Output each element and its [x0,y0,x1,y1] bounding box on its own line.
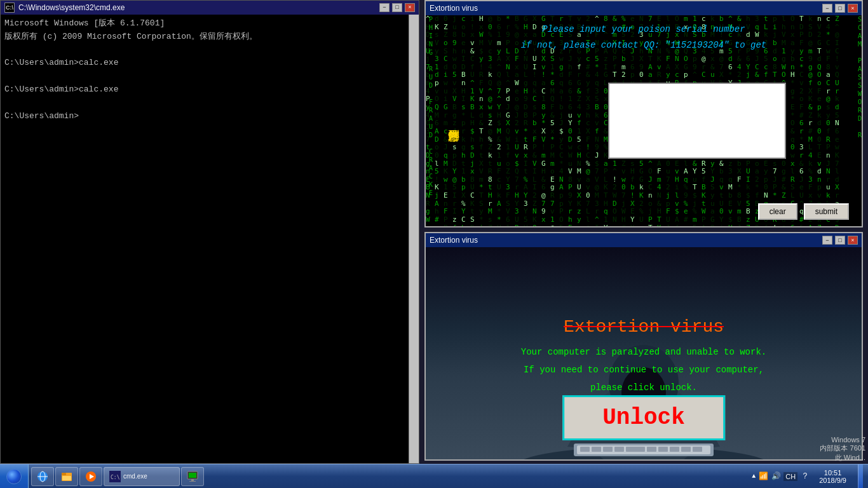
cmd-line-6: C:\Users\admin>calc.exe [4,83,415,97]
serial-input[interactable] [609,84,785,158]
cmd-close-btn[interactable]: × [405,3,415,12]
ext1-controls[interactable]: − □ × [822,4,858,13]
svg-rect-15 [693,447,702,452]
ext2-msg-line3: please click unlock. [521,379,766,396]
taskbar: C:\ cmd.exe ▲ 📶 🔊 [0,464,868,488]
tray-volume-icon: 🔊 [771,471,781,482]
desktop: C:\ C:\Windows\system32\cmd.exe − □ × Mi… [0,0,868,488]
windows-badge: Windows 7 内部版本 7601 此 Wind... [820,436,865,463]
svg-text:C:\: C:\ [111,475,120,480]
svg-rect-29 [189,481,196,482]
ext1-button-row: clear submit [758,203,849,220]
cmd-titlebar-controls[interactable]: − □ × [379,3,415,12]
media-icon [85,471,97,482]
clear-button[interactable]: clear [758,203,797,220]
cmd-line-5 [4,70,415,83]
unlock-btn-wrapper: Unlock [562,395,725,440]
taskbar-item-media[interactable] [79,467,102,486]
clock[interactable]: 10:51 2018/9/9 [815,469,850,484]
windows-label: 此 Wind... [820,453,865,463]
cmd-icon-taskbar: C:\ [109,471,121,482]
svg-rect-13 [670,447,679,452]
svg-rect-8 [603,447,613,452]
svg-rect-20 [62,473,66,475]
ext2-virus-title: Extortion virus [564,317,724,337]
cmd-maximize-btn[interactable]: □ [392,3,402,12]
windows-version: Windows 7 [820,436,865,444]
taskbar-item-ie[interactable] [31,467,54,486]
svg-rect-9 [614,447,624,452]
cmd-line-7 [4,97,415,110]
svg-rect-27 [189,473,196,478]
prompt-line2: if not, please contact QQ: "1152193204" … [438,37,849,53]
taskbar-right: ▲ 📶 🔊 CH ? 10:51 2018/9/9 [747,464,868,488]
cmd-line-1: Microsoft Windows [版本 6.1.7601] [4,17,415,30]
submit-button[interactable]: submit [804,203,849,220]
svg-rect-14 [681,447,691,452]
svg-rect-21 [62,476,71,480]
prompt-line1: Please input your poison serial number [438,22,849,37]
ext2-maximize-btn[interactable]: □ [835,236,845,245]
tray-arrow[interactable]: ▲ [752,473,756,480]
ext2-minimize-btn[interactable]: − [822,236,832,245]
ie-icon [37,471,48,482]
clock-date: 2018/9/9 [819,477,846,484]
cmd-title: C:\Windows\system32\cmd.exe [18,3,125,12]
ext1-titlebar: Extortion virus − □ × [426,1,862,15]
cmd-line-4: C:\Users\admin>calc.exe [4,57,415,70]
matrix-background: ^HDoUj7bm4Py4O37tDgnEBNRgWnYNfdKsVy31dpv… [426,15,862,226]
ext2-close-btn[interactable]: × [848,236,858,245]
cmd-line-8: C:\Users\admin> [4,110,415,123]
taskbar-items: C:\ cmd.exe [29,464,747,488]
extortion-window-2: Extortion virus − □ × [424,232,863,461]
cmd-content: Microsoft Windows [版本 6.1.7601] 版权所有 (c)… [1,15,419,463]
ext2-message: Your computer is paralyzed and unable to… [521,343,766,396]
cmd-window-icon: C:\ [4,3,15,13]
ext2-titlebar: Extortion virus − □ × [426,233,862,247]
taskbar-item-explorer[interactable] [55,467,78,486]
svg-rect-12 [658,447,668,452]
cmd-taskbar-label: cmd.exe [123,473,147,480]
cmd-line-3 [4,44,415,57]
start-button[interactable] [0,464,29,489]
explorer-icon [61,471,72,482]
unlock-button[interactable]: Unlock [562,395,725,440]
ext1-minimize-btn[interactable]: − [822,4,832,13]
cmd-scrollbar[interactable] [409,15,419,463]
svg-rect-7 [592,447,601,452]
ext2-title: Extortion virus [430,236,822,245]
ext1-title: Extortion virus [430,4,822,13]
tray-help-icon[interactable]: ? [800,471,810,482]
windows-build: 内部版本 7601 [820,444,865,453]
ext1-close-btn[interactable]: × [848,4,858,13]
cmd-minimize-btn[interactable]: − [379,3,390,12]
ext2-controls[interactable]: − □ × [822,236,858,245]
ext1-maximize-btn[interactable]: □ [835,4,845,13]
ext2-msg-line2: If you need to continue to use your comp… [521,361,766,379]
cmd-line-2: 版权所有 (c) 2009 Microsoft Corporation。保留所有… [4,30,415,44]
show-desktop-button[interactable] [858,464,863,489]
svg-rect-11 [647,447,656,452]
serial-input-area [608,83,786,159]
taskbar-item-network[interactable] [181,467,204,486]
taskbar-item-cmd[interactable]: C:\ cmd.exe [104,467,180,486]
svg-rect-6 [580,447,590,452]
extortion-window-1: Extortion virus − □ × ^HDoUj7bm4Py4O37tD… [424,0,863,227]
cmd-titlebar-left: C:\ C:\Windows\system32\cmd.exe [4,3,125,13]
clock-time: 10:51 [824,469,842,477]
tray-network-icon: 📶 [758,471,768,482]
svg-rect-10 [626,447,645,452]
ext1-content: ^HDoUj7bm4Py4O37tDgnEBNRgWnYNfdKsVy31dpv… [426,15,862,226]
ext2-content: Extortion virus Your computer is paralyz… [426,247,862,459]
system-tray: ▲ 📶 🔊 CH ? [752,471,810,482]
start-orb [6,469,22,484]
cmd-titlebar: C:\ C:\Windows\system32\cmd.exe − □ × [1,1,419,15]
cmd-window: C:\ C:\Windows\system32\cmd.exe − □ × Mi… [0,0,419,464]
network-icon [187,471,198,482]
ext1-prompt: Please input your poison serial number i… [426,22,862,53]
ext2-msg-line1: Your computer is paralyzed and unable to… [521,343,766,361]
tray-lang[interactable]: CH [783,472,797,481]
svg-rect-28 [191,479,194,481]
